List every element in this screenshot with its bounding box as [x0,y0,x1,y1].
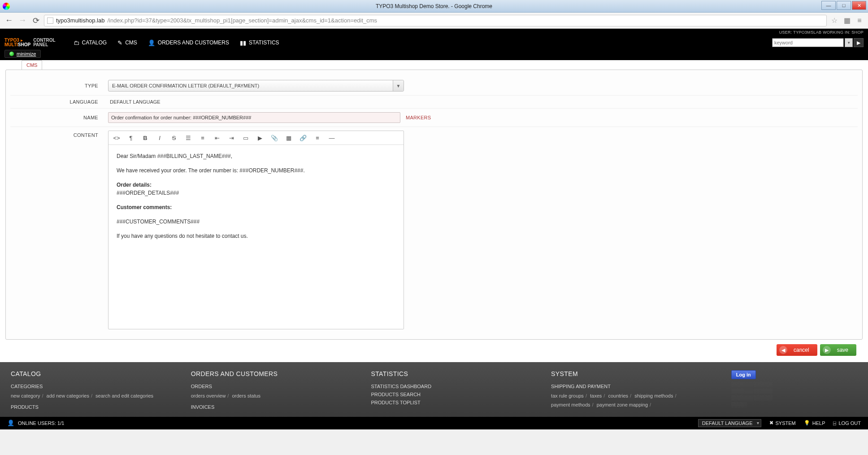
outdent-icon[interactable]: ⇤ [212,133,222,143]
minimize-panel-button[interactable]: minimize [4,50,41,58]
editor-toolbar: <> ¶ B I S ☰ ≡ ⇤ ⇥ ▭ ▶ 📎 ▦ [108,131,404,145]
nav-statistics-label: STATISTICS [249,39,279,46]
bottom-system[interactable]: ✖SYSTEM [769,420,796,426]
nav-back-icon[interactable]: ← [4,15,14,26]
cancel-button[interactable]: ◀ cancel [777,344,817,356]
content-label: CONTENT [10,131,108,138]
footer-link[interactable]: add new categories [47,393,89,398]
folder-icon: 🗀 [74,39,79,46]
editor-line: ###CUSTOMER_COMMENTS### [117,218,395,226]
language-select[interactable]: DEFAULT LANGUAGE [698,419,761,427]
page-icon [47,18,53,24]
footer-orders-sub[interactable]: ORDERS [191,384,371,389]
footer-link[interactable]: orders overview [191,393,226,398]
attachment-icon[interactable]: 📎 [269,133,280,143]
search-scope-dropdown[interactable]: ▾ [845,38,853,47]
chrome-favicon [3,3,10,10]
admin-search: ▾ ▶ [772,38,864,47]
footer-products-search[interactable]: PRODUCTS SEARCH [371,392,551,397]
content-editor: <> ¶ B I S ☰ ≡ ⇤ ⇥ ▭ ▶ 📎 ▦ [108,131,404,329]
chevron-down-icon: ▼ [393,80,404,91]
align-icon[interactable]: ≡ [312,133,323,143]
bullet-list-icon[interactable]: ☰ [183,133,194,143]
editor-line: If you have any questions do not hesitat… [117,232,395,240]
footer-stats-dashboard[interactable]: STATISTICS DASHBOARD [371,384,551,389]
nav-orders-label: ORDERS AND CUSTOMERS [158,39,229,46]
footer-link[interactable]: payment zone mapping [597,402,648,407]
markers-link[interactable]: MARKERS [406,115,431,120]
footer-link[interactable]: taxes [590,393,602,398]
chrome-menu-icon[interactable]: ≡ [855,16,864,26]
logo[interactable]: TYPO3 ▸ MULTISHOP CONTROLPANEL [4,38,56,47]
status-dot-icon [9,52,14,56]
person-icon: 👤 [148,39,155,46]
browser-toolbar: ← → ⟳ typo3multishop.lab/index.php?id=37… [0,13,868,29]
bookmark-star-icon[interactable]: ☆ [829,16,839,26]
footer-link[interactable]: countries [608,393,628,398]
nav-catalog-label: CATALOG [82,39,107,46]
editor-line: Dear Sir/Madam ###BILLING_LAST_NAME###, [117,152,395,160]
window-maximize[interactable]: □ [837,1,851,10]
horizontal-rule-icon[interactable]: — [326,133,337,143]
nav-forward-icon[interactable]: → [17,15,28,26]
image-icon[interactable]: ▭ [240,133,251,143]
footer-aside-text: ░░░░░░░░░░░░░░░░░░░░░░░░░░░░░░░░░░░░░░░░… [731,381,857,408]
footer-system-title: SYSTEM [551,370,731,377]
indent-icon[interactable]: ⇥ [226,133,237,143]
nav-cms-label: CMS [125,39,137,46]
footer-orders-title: ORDERS AND CUSTOMERS [191,370,371,377]
source-code-icon[interactable]: <> [111,133,122,143]
save-button[interactable]: ▶ save [820,344,856,356]
footer-link[interactable]: orders status [232,393,260,398]
url-bar[interactable]: typo3multishop.lab/index.php?id=37&type=… [44,15,827,26]
footer-invoices[interactable]: INVOICES [191,404,371,410]
tab-cms[interactable]: CMS [22,60,42,70]
footer-link[interactable]: payment methods [551,402,590,407]
search-input[interactable] [772,38,844,47]
footer-link[interactable]: shipping methods [634,393,673,398]
bottom-logout[interactable]: ⍈LOG OUT [833,420,861,426]
user-icon: 👤 [7,420,14,426]
name-input[interactable] [108,112,400,123]
nav-orders[interactable]: 👤ORDERS AND CUSTOMERS [148,39,229,46]
link-icon[interactable]: 🔗 [298,133,308,143]
pencil-icon: ✎ [117,39,122,46]
table-icon[interactable]: ▦ [283,133,294,143]
cancel-label: cancel [794,347,809,353]
login-button[interactable]: Log in [731,370,756,379]
type-select[interactable]: E-MAIL ORDER CONFIRMATION LETTER (DEFAUL… [108,80,404,92]
language-label: LANGUAGE [10,99,108,105]
name-label: NAME [10,115,108,120]
window-minimize[interactable]: — [821,1,836,10]
extension-icon[interactable]: ▦ [842,16,852,26]
footer-catalog-categories[interactable]: CATEGORIES [11,384,191,389]
numbered-list-icon[interactable]: ≡ [197,133,208,143]
footer-stats-title: STATISTICS [371,370,551,377]
strikethrough-icon[interactable]: S [169,133,179,143]
nav-statistics[interactable]: ▮▮STATISTICS [240,39,279,46]
search-go-button[interactable]: ▶ [854,38,864,47]
browser-titlebar: TYPO3 Multishop Demo Store. - Google Chr… [0,0,868,13]
footer-link[interactable]: tax rule groups [551,393,584,398]
paragraph-icon[interactable]: ¶ [126,133,136,143]
footer-products-toplist[interactable]: PRODUCTS TOPLIST [371,400,551,405]
gear-icon: ✖ [769,420,773,426]
bottom-help[interactable]: 💡HELP [804,420,825,426]
bold-icon[interactable]: B [140,133,151,143]
type-value: E-MAIL ORDER CONFIRMATION LETTER (DEFAUL… [112,83,259,88]
nav-cms[interactable]: ✎CMS [117,39,137,46]
nav-catalog[interactable]: 🗀CATALOG [74,39,107,46]
save-label: save [837,347,848,353]
footer-link[interactable]: new category [11,393,40,398]
italic-icon[interactable]: I [154,133,165,143]
reload-icon[interactable]: ⟳ [30,15,41,26]
bottom-status-bar: 👤 ONLINE USERS: 1/1 DEFAULT LANGUAGE ✖SY… [0,417,868,429]
online-users-label: ONLINE USERS: 1/1 [18,420,64,426]
footer-link[interactable]: search and edit categories [95,393,153,398]
footer-catalog-products[interactable]: PRODUCTS [11,404,191,410]
footer-catalog-title: CATALOG [11,370,191,377]
editor-body[interactable]: Dear Sir/Madam ###BILLING_LAST_NAME###, … [108,145,404,329]
footer-shipping-payment[interactable]: SHIPPING AND PAYMENT [551,384,731,389]
video-icon[interactable]: ▶ [255,133,265,143]
window-close[interactable]: ✕ [852,1,866,10]
